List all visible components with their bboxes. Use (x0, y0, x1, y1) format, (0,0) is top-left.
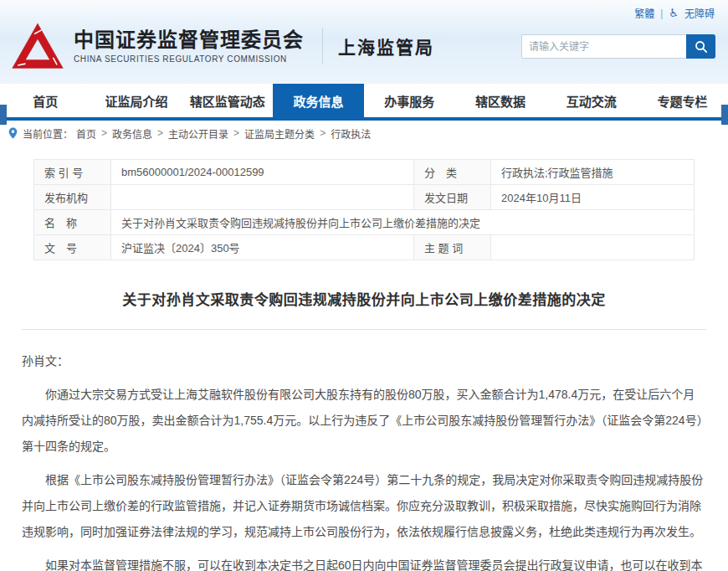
nav-item-home[interactable]: 首页 (0, 84, 91, 117)
location-pin-icon (8, 127, 18, 139)
table-row: 索 引 号 bm56000001/2024-00012599 分 类 行政执法;… (34, 160, 695, 185)
article: 关于对孙肖文采取责令购回违规减持股份并向上市公司上缴价差措施的决定 孙肖文： 你… (0, 288, 728, 571)
crumb-separator: > (233, 127, 239, 139)
brand: 中国证券监督管理委员会 CHINA SECURITIES REGULATORY … (10, 17, 434, 75)
nav-item-regional-data[interactable]: 辖区数据 (455, 84, 546, 117)
bureau-name: 上海监管局 (338, 33, 434, 59)
page-title: 关于对孙肖文采取责令购回违规减持股份并向上市公司上缴价差措施的决定 (22, 288, 706, 309)
nav-item-special-topics[interactable]: 专题专栏 (637, 84, 728, 117)
meta-name-value: 关于对孙肖文采取责令购回违规减持股份并向上市公司上缴价差措施的决定 (111, 210, 695, 235)
nav-edge-accent-right (721, 105, 728, 125)
meta-name-label: 名 称 (34, 210, 111, 235)
paragraph: 根据《上市公司股东减持股份管理暂行办法》（证监会令第224号）第二十九条的规定，… (22, 467, 706, 545)
meta-keywords-value (491, 235, 695, 260)
nav-item-bureau-intro[interactable]: 证监局介绍 (91, 84, 182, 117)
crumb-public-catalog[interactable]: 主动公开目录 (168, 126, 228, 141)
nav-edge-accent-left (0, 105, 7, 125)
org-name-cn: 中国证券监督管理委员会 (74, 28, 304, 52)
crumb-admin-enforcement[interactable]: 行政执法 (331, 126, 371, 141)
crumb-separator: > (157, 127, 163, 139)
org-title-block: 中国证券监督管理委员会 CHINA SECURITIES REGULATORY … (74, 28, 304, 64)
nav-item-services[interactable]: 办事服务 (364, 84, 455, 117)
nav-item-regional-updates[interactable]: 辖区监管动态 (182, 84, 274, 117)
table-row: 名 称 关于对孙肖文采取责令购回违规减持股份并向上市公司上缴价差措施的决定 (34, 210, 695, 235)
meta-docno-value: 沪证监决〔2024〕350号 (111, 235, 414, 260)
page: 繁體 | ♿ 无障碍 中国证券监督管理委员会 CHINA SECURITIES … (0, 0, 728, 571)
meta-date-value: 2024年10月11日 (491, 185, 695, 210)
doc-meta-table: 索 引 号 bm56000001/2024-00012599 分 类 行政执法;… (33, 159, 695, 260)
search-box (521, 34, 715, 59)
crumb-home[interactable]: 首页 (76, 126, 96, 141)
meta-category-value: 行政执法;行政监管措施 (491, 160, 695, 185)
doc-meta-section: 索 引 号 bm56000001/2024-00012599 分 类 行政执法;… (0, 146, 728, 260)
breadcrumb-prefix: 当前位置： (23, 126, 73, 141)
crumb-topic-category[interactable]: 证监局主题分类 (244, 126, 315, 141)
meta-date-label: 发文日期 (414, 185, 491, 210)
table-row: 文 号 沪证监决〔2024〕350号 主 题 词 (34, 235, 695, 260)
csrc-logo-icon (10, 17, 65, 75)
toplink-divider: | (660, 8, 663, 19)
nav-item-government-info[interactable]: 政务信息 (273, 84, 364, 117)
accessibility-link[interactable]: 无障碍 (684, 6, 715, 20)
search-button[interactable] (686, 34, 715, 59)
crumb-separator: > (320, 127, 326, 139)
meta-index-value: bm56000001/2024-00012599 (111, 160, 414, 185)
brand-divider (322, 28, 323, 64)
search-icon (695, 40, 708, 54)
title-divider (22, 329, 706, 330)
site-header: 繁體 | ♿ 无障碍 中国证券监督管理委员会 CHINA SECURITIES … (0, 0, 728, 84)
meta-publisher-value (111, 185, 414, 210)
meta-keywords-label: 主 题 词 (414, 235, 491, 260)
search-input[interactable] (521, 34, 686, 59)
traditional-chinese-link[interactable]: 繁體 (634, 6, 654, 20)
meta-publisher-label: 发布机构 (34, 185, 111, 210)
table-row: 发布机构 发文日期 2024年10月11日 (34, 185, 695, 210)
salutation: 孙肖文： (22, 348, 706, 374)
paragraph: 你通过大宗交易方式受让上海艾融软件股份有限公司大股东持有的股份80万股，买入金额… (22, 382, 706, 460)
article-body: 孙肖文： 你通过大宗交易方式受让上海艾融软件股份有限公司大股东持有的股份80万股… (22, 348, 706, 571)
meta-docno-label: 文 号 (34, 235, 111, 260)
crumb-government-info[interactable]: 政务信息 (112, 126, 152, 141)
main-nav: 首页 证监局介绍 辖区监管动态 政务信息 办事服务 辖区数据 互动交流 专题专栏 (0, 84, 728, 121)
meta-category-label: 分 类 (414, 160, 491, 185)
crumb-separator: > (101, 127, 107, 139)
breadcrumb: 当前位置： 首页 > 政务信息 > 主动公开目录 > 证监局主题分类 > 行政执… (0, 121, 728, 146)
meta-index-label: 索 引 号 (34, 160, 111, 185)
paragraph: 如果对本监督管理措施不服，可以在收到本决定书之日起60日内向中国证券监督管理委员… (22, 553, 706, 571)
nav-item-interaction[interactable]: 互动交流 (546, 84, 638, 117)
accessibility-icon: ♿ (669, 8, 679, 18)
top-utility-links: 繁體 | ♿ 无障碍 (634, 6, 715, 20)
org-name-en: CHINA SECURITIES REGULATORY COMMISSION (74, 54, 304, 64)
